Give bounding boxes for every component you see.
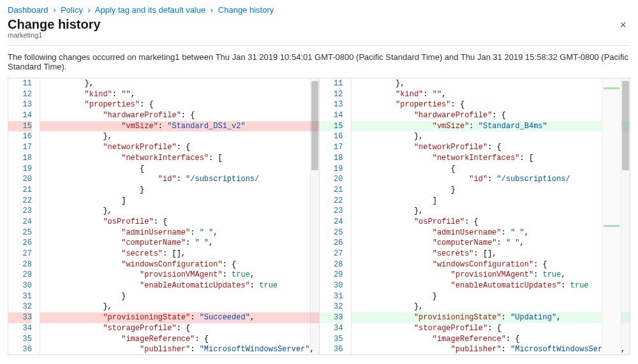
- scrollbar[interactable]: [310, 78, 319, 354]
- line-number: 31: [8, 291, 32, 302]
- code-line: },: [352, 78, 630, 89]
- code-line: }: [40, 185, 319, 196]
- line-number: 21: [320, 185, 343, 196]
- change-description: The following changes occurred on market…: [0, 52, 638, 78]
- scrollbar[interactable]: [621, 78, 630, 354]
- code-line: "provisioningState": "Succeeded",: [40, 312, 319, 323]
- code-line: "secrets": [],: [40, 249, 319, 259]
- line-number: 23: [320, 206, 343, 217]
- chevron-right-icon: ›: [50, 5, 58, 15]
- line-number: 16: [320, 131, 343, 142]
- code-line: "secrets": [],: [352, 249, 630, 259]
- line-number: 19: [8, 164, 32, 175]
- code-line: }: [352, 185, 630, 196]
- breadcrumb-item[interactable]: Change history: [218, 5, 274, 15]
- code-line: },: [40, 131, 319, 142]
- line-number: 12: [8, 89, 32, 100]
- code-line: "networkInterfaces": [: [352, 153, 630, 164]
- line-number: 24: [8, 217, 32, 228]
- code-line: "hardwareProfile": {: [352, 110, 630, 121]
- page-subtitle: marketing1: [8, 31, 101, 39]
- line-number: 12: [320, 89, 343, 100]
- scroll-thumb[interactable]: [622, 81, 629, 170]
- line-number: 17: [320, 142, 343, 153]
- code-line: "osProfile": {: [40, 217, 319, 228]
- chevron-right-icon: ›: [85, 5, 93, 15]
- code-line: "adminUsername": " ",: [40, 228, 319, 238]
- line-number: 27: [320, 249, 343, 259]
- line-number: 28: [8, 259, 32, 270]
- line-number: 29: [320, 270, 343, 280]
- code-line: {: [352, 164, 630, 175]
- line-number: 27: [8, 249, 32, 259]
- line-number: 33-: [8, 312, 32, 323]
- code-line: "enableAutomaticUpdates": true: [352, 280, 630, 291]
- code-line: "windowsConfiguration": {: [352, 259, 630, 270]
- code-line: "imageReference": {: [352, 334, 630, 345]
- line-number: 15+: [320, 121, 343, 132]
- code-line: "computerName": " ",: [352, 238, 630, 249]
- line-number: 35: [8, 334, 32, 345]
- scroll-thumb[interactable]: [311, 81, 318, 170]
- code-line: "osProfile": {: [352, 217, 630, 228]
- line-number: 24: [320, 217, 343, 228]
- code-line: {: [40, 164, 319, 175]
- code-line: },: [40, 78, 319, 89]
- line-number: 36: [8, 344, 32, 354]
- line-number: 34: [8, 323, 32, 334]
- page-title: Change history: [8, 17, 101, 32]
- line-number: 18: [8, 153, 32, 164]
- code-line: "networkProfile": {: [352, 142, 630, 153]
- code-line: "computerName": " ",: [40, 238, 319, 249]
- code-line: },: [40, 302, 319, 312]
- code-line: "publisher": "MicrosoftWindowsServer",: [352, 344, 630, 354]
- code-line: "provisionVMAgent": true,: [40, 270, 319, 280]
- diff-viewer: 1112131415-16171819202122232425262728293…: [8, 78, 630, 355]
- breadcrumb-item[interactable]: Apply tag and its default value: [95, 5, 205, 15]
- line-number: 29: [8, 270, 32, 280]
- line-number: 21: [8, 185, 32, 196]
- close-button[interactable]: ×: [616, 17, 630, 33]
- code-line: }: [40, 291, 319, 302]
- line-number: 26: [320, 238, 343, 249]
- diff-pane-left: 1112131415-16171819202122232425262728293…: [8, 78, 320, 354]
- code-line: "vmSize": "Standard_B4ms": [352, 121, 630, 132]
- line-number: 13: [8, 99, 32, 110]
- chevron-right-icon: ›: [208, 5, 216, 15]
- code-line: "vmSize": "Standard_DS1_v2": [40, 121, 319, 132]
- code-line: ]: [40, 196, 319, 207]
- line-number: 18: [320, 153, 343, 164]
- line-number: 35: [320, 334, 343, 345]
- line-number: 36: [320, 344, 343, 354]
- line-number: 30: [320, 280, 343, 291]
- code-line: "properties": {: [352, 99, 630, 110]
- line-number: 22: [8, 196, 32, 207]
- code-line: "storageProfile": {: [40, 323, 319, 334]
- line-number: 17: [8, 142, 32, 153]
- line-number: 15-: [8, 121, 32, 132]
- code-line: },: [352, 206, 630, 217]
- code-line: }: [352, 291, 630, 302]
- line-number: 28: [320, 259, 343, 270]
- divider: [8, 45, 630, 46]
- code-line: "provisioningState": "Updating",: [352, 312, 630, 323]
- code-line: "enableAutomaticUpdates": true: [40, 280, 319, 291]
- line-number: 14: [320, 110, 343, 121]
- line-number: 23: [8, 206, 32, 217]
- breadcrumb-item[interactable]: Dashboard: [8, 5, 48, 15]
- line-number: 33+: [320, 312, 343, 323]
- line-number: 20: [8, 174, 32, 185]
- code-line: "id": "/subscriptions/: [40, 174, 319, 185]
- line-number: 16: [8, 131, 32, 142]
- code-line: "adminUsername": " ",: [352, 228, 630, 238]
- line-number: 11: [8, 78, 32, 89]
- line-number: 32: [320, 302, 343, 312]
- line-number: 14: [8, 110, 32, 121]
- line-number: 32: [8, 302, 32, 312]
- line-number: 34: [320, 323, 343, 334]
- code-line: "imageReference": {: [40, 334, 319, 345]
- minimap[interactable]: [602, 78, 621, 354]
- line-number: 11: [320, 78, 343, 89]
- code-line: "storageProfile": {: [352, 323, 630, 334]
- breadcrumb-item[interactable]: Policy: [61, 5, 83, 15]
